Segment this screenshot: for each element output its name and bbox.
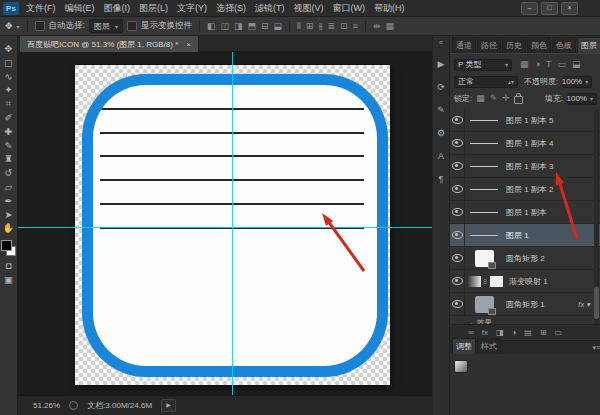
panel-tab[interactable]: 历史 [502, 37, 526, 53]
layer-name[interactable]: 图层 1 副本 3 [506, 161, 554, 172]
maximize-button[interactable]: □ [541, 2, 558, 15]
align-icon[interactable]: ⬒ [248, 22, 257, 31]
lock-option-icon[interactable]: ✛ [502, 94, 510, 103]
layer-row[interactable]: ∞ 图层 1 副本 3 [450, 155, 600, 178]
minimize-button[interactable]: – [521, 2, 538, 15]
option-icon[interactable]: ▦ [385, 22, 394, 31]
panel-tab[interactable]: 色板 [552, 37, 576, 53]
layer-thumbnail[interactable]: ∞ [465, 178, 503, 200]
menu-item[interactable]: 图像(I) [104, 2, 131, 15]
lock-all-icon[interactable] [514, 96, 523, 104]
history-brush-tool[interactable]: ↺ [5, 167, 13, 179]
move-tool[interactable]: ✥ [5, 43, 13, 55]
horizontal-guide[interactable] [18, 227, 432, 228]
close-button[interactable]: × [561, 2, 578, 15]
visibility-toggle[interactable] [450, 109, 465, 131]
layer-row[interactable]: ∞ 图层 1 副本 2 [450, 178, 600, 201]
layer-name[interactable]: 图层 1 副本 5 [506, 115, 554, 126]
quick-select-tool[interactable]: ✦ [5, 84, 13, 96]
align-icon[interactable]: ◨ [234, 22, 243, 31]
status-flyout-button[interactable]: ▶ [161, 399, 176, 412]
new-group-icon[interactable]: ▤ [524, 328, 532, 337]
eraser-tool[interactable]: ▱ [5, 181, 12, 193]
layer-row[interactable]: ∞ 图层 1 副本 4 [450, 132, 600, 155]
menu-item[interactable]: 滤镜(T) [255, 2, 285, 15]
tab-close-icon[interactable]: × [186, 40, 191, 49]
crop-tool[interactable]: ⌗ [6, 98, 11, 110]
menu-item[interactable]: 帮助(H) [374, 2, 405, 15]
lasso-tool[interactable]: ∿ [5, 71, 13, 83]
menu-item[interactable]: 选择(S) [216, 2, 246, 15]
visibility-toggle[interactable] [450, 178, 465, 200]
auto-select-dropdown[interactable]: 图层 ▾ [89, 19, 123, 33]
brush-panel-icon[interactable]: ✎ [433, 102, 449, 117]
gradient-map-adjustment-icon[interactable] [454, 360, 468, 373]
filter-icon[interactable]: ⬓ [572, 60, 581, 69]
fill-field[interactable]: 100% ▾ [567, 93, 597, 105]
layer-row[interactable]: ∞ 圆角矩形 2 [450, 247, 600, 270]
new-layer-icon[interactable]: ⊞ [540, 328, 547, 337]
distribute-icon[interactable]: ⫴ [297, 22, 301, 31]
layer-row[interactable]: ∞ 渐变映射 1 [450, 270, 600, 293]
align-icon[interactable]: ⬓ [274, 22, 283, 31]
actions-panel-icon[interactable]: ▶ [433, 56, 449, 71]
blend-mode-dropdown[interactable]: 正常 ▴▾ [454, 76, 518, 88]
layer-name[interactable]: 图层 1 副本 4 [506, 138, 554, 149]
layer-fx-badge[interactable]: fx ▾ [578, 300, 590, 309]
menu-item[interactable]: 窗口(W) [333, 2, 366, 15]
scrollbar-thumb[interactable] [594, 287, 599, 319]
layer-thumbnail[interactable]: ∞ [465, 247, 503, 269]
opacity-field[interactable]: 100% ▾ [562, 76, 592, 88]
history-panel-icon[interactable]: ⟳ [433, 79, 449, 94]
layer-thumbnail[interactable]: ∞ [465, 109, 503, 131]
lock-option-icon[interactable]: ▦ [476, 94, 485, 103]
visibility-toggle[interactable] [450, 155, 465, 177]
visibility-toggle[interactable] [450, 293, 465, 315]
distribute-icon[interactable]: ⫵ [318, 22, 322, 31]
menu-item[interactable]: 文字(Y) [177, 2, 207, 15]
vertical-guide[interactable] [232, 52, 233, 395]
quick-mask-button[interactable]: ◘ [6, 260, 12, 272]
panel-tab[interactable]: 路径 [477, 37, 501, 53]
layer-name[interactable]: 渐变映射 1 [509, 276, 548, 287]
panel-tab[interactable]: 通道 [452, 37, 476, 53]
hand-tool[interactable]: ✋ [3, 222, 15, 234]
visibility-toggle[interactable] [450, 247, 465, 269]
filter-kind-dropdown[interactable]: P 类型 ▾ [454, 59, 512, 71]
panel-tab[interactable]: 样式 [477, 338, 501, 354]
zoom-level-field[interactable]: 51.26% [33, 401, 60, 410]
layer-thumbnail[interactable]: ∞ [465, 293, 503, 315]
layer-name[interactable]: 圆角矩形 1 [506, 299, 545, 310]
panel-tab[interactable]: 颜色 [527, 37, 551, 53]
layer-row[interactable]: ∞ 图层 1 [450, 224, 600, 247]
move-tool-icon[interactable]: ✥ [5, 22, 13, 31]
pen-tool[interactable]: ✒ [5, 195, 13, 207]
filter-icon[interactable]: ◑ [535, 60, 540, 69]
new-adjustment-layer-icon[interactable]: ◑ [512, 328, 517, 337]
option-icon[interactable]: ⇹ [373, 22, 381, 31]
expand-dock-icon[interactable]: « [439, 38, 443, 48]
layers-scrollbar[interactable] [594, 109, 599, 324]
distribute-icon[interactable]: ⊞ [306, 22, 314, 31]
layer-name[interactable]: 图层 1 副本 [506, 207, 547, 218]
healing-tool[interactable]: ✚ [5, 126, 13, 138]
foreground-color-swatch[interactable] [1, 240, 12, 251]
character-panel-icon[interactable]: A [433, 148, 449, 163]
panel-tab[interactable]: 调整 [452, 338, 476, 354]
show-transform-checkbox[interactable] [127, 21, 137, 31]
brush-tool[interactable]: ✎ [5, 140, 13, 152]
add-layer-mask-icon[interactable]: ◨ [496, 328, 504, 337]
filter-icon[interactable]: ▭ [557, 60, 566, 69]
link-layers-icon[interactable]: ∞ [468, 328, 474, 337]
distribute-icon[interactable]: ≡ [353, 22, 358, 31]
document-tab[interactable]: 百度贴吧ICON @ 51.3% (图层 1, RGB/8) * × [20, 36, 199, 52]
menu-item[interactable]: 视图(V) [294, 2, 324, 15]
delete-layer-icon[interactable]: ▭ [555, 328, 563, 337]
layer-thumbnail[interactable]: ∞ [465, 155, 503, 177]
auto-select-checkbox[interactable] [35, 21, 45, 31]
layer-name[interactable]: 图层 1 [506, 230, 529, 241]
visibility-toggle[interactable] [450, 201, 465, 223]
layer-thumbnail[interactable]: ∞ [465, 132, 503, 154]
menu-item[interactable]: 编辑(E) [65, 2, 95, 15]
layer-style-icon[interactable]: fx [482, 328, 488, 337]
